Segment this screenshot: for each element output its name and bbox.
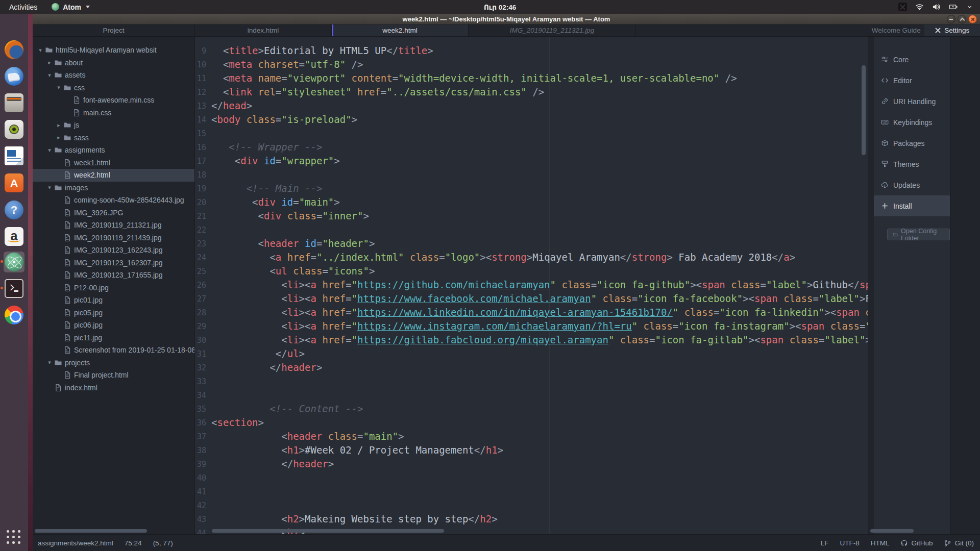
status-github[interactable]: GitHub (900, 539, 933, 547)
tree-folder-assets[interactable]: ▾assets (33, 69, 194, 82)
settings-menu-uri-handling[interactable]: URI Handling (874, 91, 950, 112)
tree-horizontal-scrollbar[interactable] (35, 529, 147, 533)
code-line[interactable]: 42 (195, 498, 868, 512)
chrome-launcher[interactable] (4, 305, 24, 325)
tab-welcome-guide[interactable]: Welcome Guide (868, 24, 924, 36)
wifi-icon[interactable] (915, 3, 924, 11)
tree-file-pic11-jpg[interactable]: pic11.jpg (33, 332, 194, 344)
tree-view-header[interactable]: Project (33, 24, 195, 36)
tree-file-pic06-jpg[interactable]: pic06.jpg (33, 319, 194, 332)
settings-menu-install[interactable]: Install (874, 195, 950, 216)
code-line[interactable]: 27 <li><a href="https://www.facebook.com… (195, 292, 868, 306)
code-line[interactable]: 29 <li><a href="https://www.instagram.co… (195, 319, 868, 333)
app-indicator-icon[interactable] (898, 3, 907, 11)
activities-button[interactable]: Activities (6, 3, 40, 11)
editor-vertical-scrollbar[interactable] (862, 65, 866, 155)
tree-file-img-20190123-162243-jpg[interactable]: IMG_20190123_162243.jpg (33, 244, 194, 257)
code-line[interactable]: 33 (195, 374, 868, 388)
settings-menu-keybindings[interactable]: Keybindings (874, 112, 950, 133)
battery-icon[interactable] (949, 3, 958, 11)
tree-file-img-3926-jpg[interactable]: IMG_3926.JPG (33, 207, 194, 219)
tab-settings[interactable]: Settings (924, 24, 980, 36)
volume-icon[interactable] (932, 3, 941, 11)
tree-file-coming-soon-450w-285426443-jpg[interactable]: coming-soon-450w-285426443.jpg (33, 194, 194, 207)
tree-folder-js[interactable]: ▸js (33, 119, 194, 132)
code-line[interactable]: 38 <h1>#Week 02 / Project Management</h1… (195, 443, 868, 457)
tree-file-img-20190123-171655-jpg[interactable]: IMG_20190123_171655.jpg (33, 269, 194, 282)
code-line[interactable]: 22 (195, 223, 868, 237)
status-git-0-[interactable]: Git (0) (944, 539, 974, 547)
tree-file-screenshot-from-2019-01-25-01-18-08-png[interactable]: Screenshot from 2019-01-25 01-18-08.png (33, 344, 194, 357)
tree-file-img-20190123-162307-jpg[interactable]: IMG_20190123_162307.jpg (33, 257, 194, 269)
code-line[interactable]: 16 <!-- Wrapper --> (195, 140, 868, 154)
tree-file-pic05-jpg[interactable]: pic05.jpg (33, 307, 194, 319)
code-line[interactable]: 34 (195, 388, 868, 402)
tree-file-index-html[interactable]: index.html (33, 382, 194, 394)
settings-horizontal-scrollbar[interactable] (870, 529, 914, 533)
code-line[interactable]: 43 <h2>Makeing Website step by step</h2> (195, 512, 868, 526)
tree-file-pic01-jpg[interactable]: pic01.jpg (33, 294, 194, 307)
code-line[interactable]: 41 (195, 485, 868, 498)
tree-file-img-20190119-211321-jpg[interactable]: IMG_20190119_211321.jpg (33, 219, 194, 232)
tab-img-20190119-211321-jpg[interactable]: IMG_20190119_211321.jpg (469, 24, 636, 36)
tree-file-week1-html[interactable]: week1.html (33, 157, 194, 169)
code-line[interactable]: 17 <div id="wrapper"> (195, 154, 868, 168)
software-launcher[interactable] (4, 172, 24, 193)
tree-folder-css[interactable]: ▾css (33, 82, 194, 94)
open-config-folder-button[interactable]: Open Config Folder (887, 229, 950, 240)
code-line[interactable]: 21 <div class="inner"> (195, 209, 868, 223)
code-line[interactable]: 15 (195, 127, 868, 140)
settings-menu-core[interactable]: Core (874, 49, 950, 70)
amazon-launcher[interactable] (4, 226, 24, 247)
tree-file-final-project-html[interactable]: Final project.html (33, 369, 194, 382)
status-file-path[interactable]: assignments/week2.html (38, 539, 113, 547)
app-menu[interactable]: Atom (52, 3, 90, 11)
maximize-button[interactable] (958, 15, 966, 23)
code-line[interactable]: 35 <!-- Content --> (195, 402, 868, 416)
close-button[interactable] (968, 15, 977, 23)
files-launcher[interactable] (4, 92, 24, 113)
code-line[interactable]: 14<body class="is-preload"> (195, 113, 868, 127)
tree-file-p12-00-jpg[interactable]: P12-00.jpg (33, 282, 194, 294)
code-line[interactable]: 40 (195, 471, 868, 485)
code-line[interactable]: 30 <li><a href="https://gitlab.fabcloud.… (195, 333, 868, 347)
code-line[interactable]: 37 <header class="main"> (195, 430, 868, 443)
code-line[interactable]: 18 (195, 168, 868, 182)
tree-file-main-css[interactable]: main.css (33, 107, 194, 119)
tree-folder-about[interactable]: ▸about (33, 57, 194, 69)
tab-week2-html[interactable]: week2.html (332, 24, 469, 36)
code-line[interactable]: 9 <title>Editorial by HTML5 UP</title> (195, 44, 868, 58)
minimize-button[interactable] (947, 15, 955, 23)
code-line[interactable]: 23 <header id="header"> (195, 237, 868, 251)
settings-menu-packages[interactable]: Packages (874, 133, 950, 154)
code-line[interactable]: 26 <li><a href="https://github.com/micha… (195, 278, 868, 292)
window-titlebar[interactable]: week2.html — ~/Desktop/html5u-Miqayel Ar… (33, 14, 980, 24)
tree-folder-assignments[interactable]: ▾assignments (33, 144, 194, 157)
code-line[interactable]: 10 <meta charset="utf-8" /> (195, 58, 868, 71)
status-cursor-position[interactable]: 75:24 (125, 539, 142, 547)
code-line[interactable]: 25 <ul class="icons"> (195, 264, 868, 278)
code-line[interactable]: 39 </header> (195, 457, 868, 471)
settings-menu-updates[interactable]: Updates (874, 174, 950, 195)
terminal-launcher[interactable] (4, 278, 24, 299)
editor-horizontal-scrollbar[interactable] (212, 529, 444, 533)
text-editor[interactable]: 9 <title>Editorial by HTML5 UP</title>10… (195, 37, 868, 534)
tree-folder-projects[interactable]: ▾projects (33, 357, 194, 369)
code-line[interactable]: 11 <meta name="viewport" content="width=… (195, 71, 868, 85)
tree-file-font-awesome-min-css[interactable]: font-awesome.min.css (33, 94, 194, 107)
atom-launcher[interactable] (4, 252, 24, 272)
tab-index-html[interactable]: index.html (195, 24, 332, 36)
code-line[interactable]: 12 <link rel="stylesheet" href="../asset… (195, 85, 868, 99)
code-line[interactable]: 31 </ul> (195, 347, 868, 361)
rhythmbox-launcher[interactable] (4, 119, 24, 140)
code-line[interactable]: 36<section> (195, 416, 868, 430)
status-utf-8[interactable]: UTF-8 (840, 539, 859, 547)
code-line[interactable]: 32 </header> (195, 361, 868, 374)
tree-folder-html5u-miqayel-aramyan-websit[interactable]: ▾html5u-Miqayel Aramyan websit (33, 44, 194, 57)
code-line[interactable]: 19 <!-- Main --> (195, 182, 868, 195)
help-launcher[interactable] (4, 199, 24, 220)
code-line[interactable]: 28 <li><a href="https://www.linkedin.com… (195, 306, 868, 319)
tree-folder-images[interactable]: ▾images (33, 182, 194, 194)
clock[interactable]: Ուր 02:46 (484, 3, 516, 11)
thunderbird-launcher[interactable] (4, 66, 24, 87)
